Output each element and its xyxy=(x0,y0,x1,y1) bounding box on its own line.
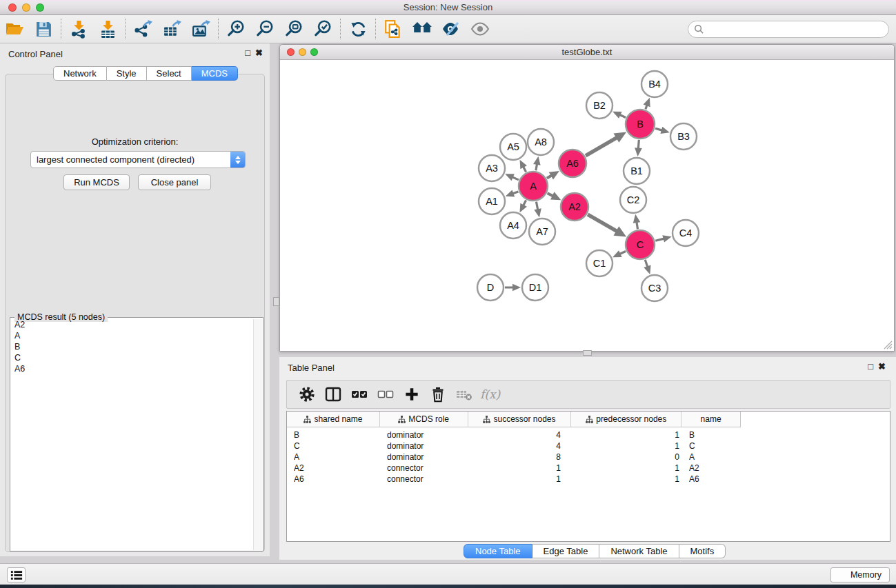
close-panel-icon[interactable]: ✖ xyxy=(255,48,263,58)
tab-edge-table[interactable]: Edge Table xyxy=(532,544,600,558)
tab-network-table[interactable]: Network Table xyxy=(599,544,679,558)
export-image-icon[interactable] xyxy=(186,17,215,41)
memory-button[interactable]: Memory xyxy=(830,567,890,582)
export-table-icon[interactable] xyxy=(157,17,186,41)
graph-edge-A-A7[interactable] xyxy=(536,202,537,210)
table-cell[interactable]: dominator xyxy=(380,430,468,440)
column-header[interactable]: shared name xyxy=(287,412,380,427)
search-input[interactable] xyxy=(704,23,888,37)
toggle-panel-layout-icon[interactable] xyxy=(320,382,346,407)
table-cell[interactable]: 1 xyxy=(468,474,572,484)
close-panel-icon[interactable]: ✖ xyxy=(878,361,886,372)
table-cell[interactable]: dominator xyxy=(380,452,468,462)
table-cell[interactable]: 1 xyxy=(572,430,682,440)
float-panel-icon[interactable]: □ xyxy=(868,361,873,372)
graph-edge-C-C3[interactable] xyxy=(645,260,647,267)
table-cell[interactable]: 8 xyxy=(468,452,572,462)
table-cell[interactable]: C xyxy=(682,441,741,451)
import-network-icon[interactable] xyxy=(64,17,93,41)
column-header[interactable]: MCDS role xyxy=(380,412,468,427)
horizontal-split-handle[interactable] xyxy=(583,350,592,356)
graph-edge-C-C1[interactable] xyxy=(619,252,626,254)
zoom-out-icon[interactable] xyxy=(250,17,279,41)
graph-edge-B-B2[interactable] xyxy=(619,114,626,117)
zoom-in-icon[interactable] xyxy=(221,17,250,41)
mcds-result-item[interactable]: A xyxy=(11,330,252,341)
network-window-titlebar[interactable]: testGlobe.txt xyxy=(280,45,894,60)
table-cell[interactable]: A xyxy=(682,452,741,462)
mcds-result-item[interactable]: A2 xyxy=(11,319,252,330)
mcds-result-item[interactable]: C xyxy=(11,352,252,363)
select-all-rows-icon[interactable] xyxy=(346,382,372,407)
close-panel-button[interactable]: Close panel xyxy=(138,174,211,190)
delete-columns-icon[interactable] xyxy=(425,382,451,407)
tab-motifs[interactable]: Motifs xyxy=(679,544,726,558)
show-hide-annotations-icon[interactable] xyxy=(466,17,495,41)
refresh-icon[interactable] xyxy=(344,17,372,41)
clone-network-icon[interactable] xyxy=(379,17,408,41)
table-cell[interactable]: B xyxy=(287,430,380,440)
task-history-button[interactable] xyxy=(7,567,26,582)
tab-select[interactable]: Select xyxy=(147,66,192,81)
column-header[interactable]: name xyxy=(681,412,740,427)
graph-edge-B-B3[interactable] xyxy=(655,128,662,130)
export-network-icon[interactable] xyxy=(128,17,157,41)
graph-edge-C-C2[interactable] xyxy=(637,222,638,229)
function-builder-icon[interactable]: f(x) xyxy=(480,387,500,401)
graph-edge-A-A5[interactable] xyxy=(524,167,526,172)
graph-edge-A-A4[interactable] xyxy=(524,200,526,205)
zoom-fit-icon[interactable] xyxy=(279,17,308,41)
show-hide-graphics-details-icon[interactable] xyxy=(437,17,466,41)
table-cell[interactable]: connector xyxy=(380,463,468,473)
criterion-dropdown[interactable]: largest connected component (directed) xyxy=(30,151,246,168)
first-neighbors-icon[interactable] xyxy=(408,17,437,41)
deselect-all-rows-icon[interactable] xyxy=(372,382,399,407)
zoom-selected-icon[interactable] xyxy=(308,17,337,41)
graph-edge-A6-B[interactable] xyxy=(586,138,617,156)
open-session-icon[interactable] xyxy=(0,17,29,41)
table-cell[interactable]: dominator xyxy=(380,441,468,451)
network-canvas[interactable]: AA1A3A5A8A4A7A6A2BB2B4B3B1CC2C1C4C3DD1 xyxy=(280,60,894,351)
table-row[interactable]: Adominator80A xyxy=(287,452,890,463)
table-cell[interactable]: C xyxy=(287,441,380,451)
import-table-icon[interactable] xyxy=(93,17,122,41)
table-cell[interactable]: connector xyxy=(380,474,468,484)
save-session-icon[interactable] xyxy=(29,17,58,41)
resize-grip-icon[interactable] xyxy=(884,341,893,349)
table-cell[interactable]: A6 xyxy=(682,474,741,484)
graph-edge-A-A6[interactable] xyxy=(547,176,552,179)
table-cell[interactable]: 1 xyxy=(572,474,682,484)
add-column-icon[interactable] xyxy=(399,382,425,407)
table-cell[interactable]: A6 xyxy=(287,474,380,484)
table-row[interactable]: Cdominator41C xyxy=(287,440,890,452)
mcds-list-scrollbar[interactable] xyxy=(253,319,262,550)
table-cell[interactable]: A2 xyxy=(682,463,741,473)
table-row[interactable]: A2connector11A2 xyxy=(287,463,890,474)
graph-edge-A-A2[interactable] xyxy=(548,193,553,196)
table-cell[interactable]: 0 xyxy=(572,452,682,462)
table-cell[interactable]: A2 xyxy=(287,463,380,473)
graph-edge-A-A3[interactable] xyxy=(512,177,519,180)
table-cell[interactable]: B xyxy=(682,430,741,440)
table-row[interactable]: A6connector11A6 xyxy=(287,474,890,485)
column-header[interactable]: predecessor nodes xyxy=(571,412,681,427)
vertical-split-handle[interactable] xyxy=(273,297,279,306)
table-cell[interactable]: 1 xyxy=(468,463,572,473)
graph-edge-C-C4[interactable] xyxy=(655,239,664,241)
graph-edge-A2-C[interactable] xyxy=(588,214,617,231)
table-cell[interactable]: A xyxy=(287,452,380,462)
delete-table-icon[interactable] xyxy=(451,382,477,407)
table-cell[interactable]: 4 xyxy=(468,441,572,451)
tab-style[interactable]: Style xyxy=(107,66,147,81)
run-mcds-button[interactable]: Run MCDS xyxy=(63,174,130,190)
table-cell[interactable]: 4 xyxy=(468,430,572,440)
tab-node-table[interactable]: Node Table xyxy=(464,544,532,558)
graph-edge-A-A8[interactable] xyxy=(536,164,537,170)
mcds-result-item[interactable]: B xyxy=(11,341,252,352)
tab-network[interactable]: Network xyxy=(53,66,107,81)
table-settings-icon[interactable] xyxy=(294,382,320,407)
table-cell[interactable]: 1 xyxy=(572,441,682,451)
mcds-result-item[interactable]: A6 xyxy=(11,363,252,374)
tab-mcds[interactable]: MCDS xyxy=(192,66,238,81)
graph-edge-A-A1[interactable] xyxy=(512,192,518,194)
